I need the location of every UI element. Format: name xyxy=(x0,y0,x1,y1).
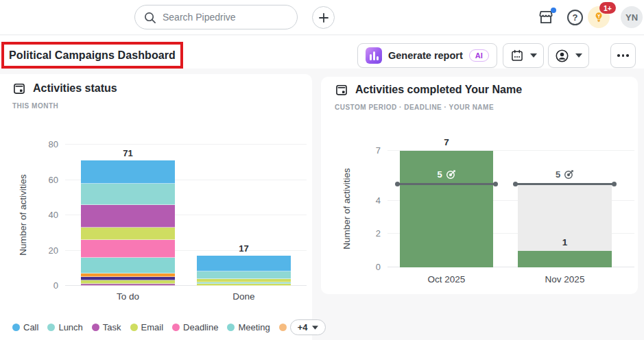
marketplace-notification-dot xyxy=(551,8,556,13)
search-icon xyxy=(143,11,156,24)
legend-item-task[interactable]: Task xyxy=(92,322,121,332)
chevron-down-icon xyxy=(575,53,582,58)
stacked-bar-to-do[interactable]: 71 xyxy=(81,160,175,286)
y-tick-label: 20 xyxy=(28,245,58,256)
more-options-button[interactable] xyxy=(610,43,636,68)
bar-segment-meeting[interactable] xyxy=(81,258,175,274)
person-icon xyxy=(555,49,569,63)
legend-label: Email xyxy=(141,322,164,332)
search-input[interactable] xyxy=(163,12,279,23)
global-search[interactable] xyxy=(134,5,298,29)
report-chart-icon xyxy=(366,47,382,64)
question-mark-icon: ? xyxy=(573,12,578,23)
bar-segment-email[interactable] xyxy=(81,228,175,240)
x-axis-label: Nov 2025 xyxy=(518,274,612,284)
y-axis-label: Number of activities xyxy=(18,140,28,291)
activities-completed-subtitle: CUSTOM PERIOD · DEADLINE · YOUR NAME xyxy=(335,104,494,111)
legend-label: Deadline xyxy=(183,322,218,332)
legend-item-meeting[interactable]: Meeting xyxy=(227,322,270,332)
activities-status-card: Activities status THIS MONTH Number of a… xyxy=(0,74,312,340)
bar-segment-lunch[interactable] xyxy=(81,184,175,205)
bar-total-label: 71 xyxy=(81,148,175,158)
legend-swatch xyxy=(172,324,180,331)
gridline xyxy=(65,144,307,145)
top-navigation-bar: ? 1+ YN xyxy=(0,0,644,35)
y-tick-label: 7 xyxy=(350,145,381,156)
legend-label: Lunch xyxy=(58,322,82,332)
activities-completed-plot: 024775Oct 202515Nov 2025 xyxy=(387,151,634,267)
bar-value-label: 7 xyxy=(400,137,493,147)
legend-item-lunch[interactable]: Lunch xyxy=(47,322,82,332)
legend-swatch xyxy=(12,324,20,331)
calendar-icon xyxy=(335,83,348,97)
y-tick-label: 0 xyxy=(350,262,381,272)
annotation-highlight-box: Political Campaigns Dashboard xyxy=(1,42,183,69)
calendar-icon xyxy=(510,49,524,62)
ai-badge: AI xyxy=(469,49,489,62)
bar-value-label: 1 xyxy=(518,237,612,247)
y-tick-label: 40 xyxy=(28,210,58,220)
bar-segment-call[interactable] xyxy=(197,256,291,271)
y-tick-label: 2 xyxy=(350,228,381,239)
chevron-down-icon xyxy=(530,53,537,58)
bar-segment-deadline[interactable] xyxy=(81,240,175,258)
goal-value-label: 5 xyxy=(518,169,612,180)
legend-swatch xyxy=(47,324,55,331)
card-title: Activities completed Your Name xyxy=(355,84,522,96)
bar-total-label: 17 xyxy=(197,243,291,254)
legend-swatch xyxy=(92,324,99,331)
bar-segment-task[interactable] xyxy=(81,205,175,228)
goal-value: 5 xyxy=(437,169,442,180)
activities-status-plot: 02040608071To do17Done xyxy=(65,145,307,286)
goal-value-label: 5 xyxy=(400,169,493,180)
activities-completed-card: Activities completed Your Name CUSTOM PE… xyxy=(321,77,638,294)
card-filter-subtitle: THIS MONTH xyxy=(12,102,58,110)
date-filter-dropdown[interactable] xyxy=(503,43,544,68)
x-axis-label: Oct 2025 xyxy=(400,274,493,284)
quick-add-button[interactable] xyxy=(312,6,335,29)
pipedrive-app: ? 1+ YN Political Campaigns Dashboard Ge… xyxy=(0,0,644,340)
user-filter-dropdown[interactable] xyxy=(548,43,589,68)
user-avatar[interactable]: YN xyxy=(621,6,643,28)
chevron-down-icon xyxy=(312,326,318,330)
legend-overflow-swatch xyxy=(279,324,287,331)
legend-swatch xyxy=(130,324,138,331)
generate-report-label: Generate report xyxy=(388,50,463,61)
completed-bar-oct-2025[interactable] xyxy=(400,151,493,267)
bar-segment-call[interactable] xyxy=(81,160,175,183)
dashboard-header: Political Campaigns Dashboard Generate r… xyxy=(0,36,644,69)
x-axis-label: To do xyxy=(81,291,175,302)
legend-more-button[interactable]: +4 xyxy=(290,319,326,335)
legend-more-label: +4 xyxy=(298,322,308,332)
y-tick-label: 4 xyxy=(350,195,381,206)
target-goal-icon xyxy=(446,169,456,180)
bar-segment-lunch[interactable] xyxy=(197,271,291,278)
legend-label: Task xyxy=(103,322,121,332)
page-title: Political Campaigns Dashboard xyxy=(9,49,176,62)
ellipsis-icon xyxy=(617,54,629,57)
legend-swatch xyxy=(227,324,235,331)
calendar-icon xyxy=(12,82,26,95)
stacked-bar-done[interactable]: 17 xyxy=(197,256,291,286)
activities-status-legend: +4 CallLunchTaskEmailDeadlineMeeting xyxy=(12,319,326,335)
y-tick-label: 80 xyxy=(28,139,58,149)
y-axis-label: Number of activities xyxy=(342,141,352,278)
legend-item-email[interactable]: Email xyxy=(130,322,164,332)
card-title: Activities status xyxy=(33,82,117,95)
generate-report-button[interactable]: Generate report AI xyxy=(357,43,497,68)
help-button[interactable]: ? xyxy=(567,10,583,25)
legend-label: Call xyxy=(23,322,38,332)
y-tick-label: 60 xyxy=(28,175,58,185)
plus-icon xyxy=(318,12,329,23)
goal-value: 5 xyxy=(556,169,560,180)
legend-item-call[interactable]: Call xyxy=(12,322,38,332)
legend-item-deadline[interactable]: Deadline xyxy=(172,322,218,332)
completed-bar-nov-2025[interactable] xyxy=(518,251,612,267)
bar-segment-other[interactable] xyxy=(197,284,291,286)
goal-line xyxy=(396,183,497,185)
x-axis-label: Done xyxy=(197,291,291,302)
legend-label: Meeting xyxy=(238,322,270,332)
y-tick-label: 0 xyxy=(28,280,58,291)
bar-segment-other[interactable] xyxy=(81,284,175,286)
notification-badge: 1+ xyxy=(599,2,616,14)
